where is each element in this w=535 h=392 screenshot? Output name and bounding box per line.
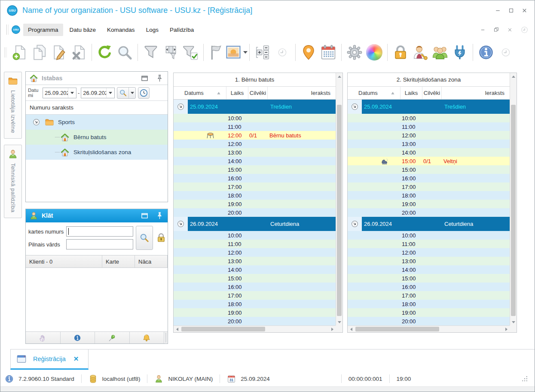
schedule-row[interactable]: 14:00 bbox=[174, 265, 336, 274]
column-datums[interactable]: Datums bbox=[174, 87, 226, 99]
sidebar-tab-lietot-ja-izv-lne[interactable]: Lietotāja izvēlne bbox=[4, 72, 22, 139]
copy-document-button[interactable] bbox=[29, 43, 49, 62]
scroll-right-icon[interactable] bbox=[329, 326, 336, 333]
maximize-button[interactable] bbox=[508, 7, 514, 14]
delete-document-button[interactable] bbox=[69, 43, 89, 62]
date-from-combo[interactable]: 25.09.2024 bbox=[43, 88, 76, 98]
group-row-26.09.2024[interactable]: 26.09.2024Ceturtdiena bbox=[174, 217, 336, 231]
schedule-row[interactable]: 11:00 bbox=[348, 122, 510, 131]
schedule-row[interactable]: 20:00 bbox=[174, 317, 336, 325]
sidebar-tab-tehnisk-pal-dz-ba[interactable]: Tehniskā palīdzība bbox=[4, 145, 22, 218]
schedule-row[interactable]: 11:00 bbox=[174, 122, 336, 131]
pilnais-v-rds-input[interactable] bbox=[66, 239, 133, 249]
rooms-pin-icon[interactable] bbox=[155, 74, 164, 83]
schedule-row[interactable]: 14:00 bbox=[348, 265, 510, 274]
presence-pin-icon[interactable] bbox=[155, 211, 164, 220]
bell-button[interactable] bbox=[130, 332, 165, 343]
mdi-minimize-button[interactable] bbox=[480, 27, 486, 33]
vertical-scroll-thumb[interactable] bbox=[511, 105, 516, 316]
user-key-button[interactable] bbox=[410, 43, 430, 62]
refresh-button[interactable] bbox=[95, 43, 115, 62]
schedule-row[interactable]: 13:00 bbox=[348, 140, 510, 148]
info-button[interactable] bbox=[476, 43, 496, 62]
scroll-down-icon[interactable] bbox=[336, 319, 343, 325]
tab-close-icon[interactable]: ✕ bbox=[73, 355, 79, 363]
schedule-row[interactable]: 15:00 bbox=[174, 274, 336, 283]
schedule-row[interactable]: 13:00 bbox=[348, 257, 510, 265]
new-document-button[interactable] bbox=[9, 43, 29, 62]
schedule-row[interactable]: 15:00 bbox=[174, 165, 336, 174]
schedule-row[interactable]: 20:00 bbox=[348, 317, 510, 325]
scroll-left-icon[interactable] bbox=[348, 326, 355, 333]
calendar-button[interactable] bbox=[318, 43, 338, 62]
mdi-restore-button[interactable] bbox=[493, 27, 499, 33]
clients-column-klienti-0[interactable]: Klienti - 0 bbox=[26, 255, 102, 267]
schedule-row[interactable]: 18:00 bbox=[348, 191, 510, 200]
expand-list-button[interactable] bbox=[253, 43, 272, 62]
scroll-up-icon[interactable] bbox=[336, 73, 343, 80]
schedule-row[interactable]: 14:00 bbox=[348, 148, 510, 157]
minimize-button[interactable] bbox=[495, 7, 501, 14]
filter-check-button[interactable] bbox=[180, 43, 200, 62]
vertical-scroll-thumb[interactable] bbox=[337, 105, 342, 316]
picture-button[interactable] bbox=[226, 43, 246, 62]
schedule-row[interactable]: 19:00 bbox=[174, 308, 336, 317]
pushpin-button[interactable] bbox=[95, 332, 130, 343]
schedule-row[interactable]: 16:00 bbox=[348, 174, 510, 182]
scroll-down-icon[interactable] bbox=[510, 319, 517, 325]
search-button[interactable] bbox=[115, 43, 135, 62]
overflow-chevron-button[interactable] bbox=[272, 43, 292, 62]
schedule-row[interactable]: 17:00 bbox=[348, 182, 510, 191]
tree-node-b-rnu-batuts[interactable]: Bērnu batuts bbox=[26, 130, 168, 145]
flag-button[interactable] bbox=[207, 43, 226, 62]
gear-button[interactable] bbox=[345, 43, 364, 62]
mdi-close-button[interactable] bbox=[507, 27, 513, 33]
menu-item-logs[interactable]: Logs bbox=[141, 24, 163, 36]
schedule-row[interactable]: 11:00 bbox=[348, 240, 510, 248]
horizontal-scroll-thumb[interactable] bbox=[181, 327, 265, 331]
filter-button[interactable] bbox=[141, 43, 161, 62]
rooms-search-button[interactable] bbox=[117, 87, 136, 99]
group-row-25.09.2024[interactable]: 25.09.2024Trešdien bbox=[348, 100, 510, 114]
schedule-row[interactable]: 16:00 bbox=[348, 283, 510, 291]
schedule-row[interactable]: 20:00 bbox=[174, 208, 336, 217]
tree-node-skritu-slido-anas-zona[interactable]: Skrituļslidošanas zona bbox=[26, 145, 168, 160]
lock-button[interactable] bbox=[391, 43, 410, 62]
scroll-up-icon[interactable] bbox=[510, 73, 517, 80]
presence-search-button[interactable] bbox=[136, 226, 153, 250]
schedule-row[interactable]: 12:00 bbox=[174, 248, 336, 257]
horizontal-scrollbar[interactable] bbox=[348, 325, 510, 332]
info-circle-button[interactable] bbox=[61, 332, 95, 343]
schedule-row[interactable]: 12:00 bbox=[174, 140, 336, 148]
group-row-26.09.2024[interactable]: 26.09.2024Ceturtdiena bbox=[348, 217, 510, 231]
column-cilveki[interactable]: Cilvēki bbox=[422, 87, 442, 99]
close-button[interactable] bbox=[521, 7, 528, 14]
filter-columns-button[interactable] bbox=[161, 43, 180, 62]
kartes-numurs-input[interactable] bbox=[66, 226, 133, 237]
schedule-row[interactable]: 19:00 bbox=[174, 200, 336, 208]
column-ieraksts[interactable]: Ieraksts bbox=[268, 87, 336, 99]
menu-item-komandas[interactable]: Komandas bbox=[102, 24, 140, 36]
column-laiks[interactable]: Laiks bbox=[226, 87, 248, 99]
overflow-chevron-button[interactable] bbox=[496, 43, 516, 62]
group-row-25.09.2024[interactable]: 25.09.2024Trešdien bbox=[174, 100, 336, 114]
hand-button[interactable] bbox=[26, 332, 61, 343]
date-to-combo[interactable]: 26.09.2024 bbox=[81, 88, 115, 98]
column-datums[interactable]: Datums bbox=[348, 87, 400, 99]
schedule-row[interactable]: 14:00 bbox=[174, 157, 336, 165]
menu-item-datu-b-ze[interactable]: Datu bāze bbox=[65, 24, 101, 36]
rooms-clock-button[interactable] bbox=[138, 87, 150, 99]
dropdown-arrow-icon[interactable] bbox=[243, 51, 248, 54]
tree-node-sports[interactable]: Sports bbox=[26, 115, 168, 130]
schedule-row[interactable]: 16:00 bbox=[174, 174, 336, 182]
column-cilveki[interactable]: Cilvēki bbox=[248, 87, 268, 99]
column-ieraksts[interactable]: Ieraksts bbox=[442, 87, 510, 99]
schedule-row[interactable]: 10:00 bbox=[174, 231, 336, 240]
clients-column-karte[interactable]: Karte bbox=[102, 255, 135, 267]
menu-item-pal-dz-ba[interactable]: Palīdzība bbox=[165, 24, 199, 36]
schedule-row[interactable]: 11:00 bbox=[174, 240, 336, 248]
schedule-row[interactable]: 17:00 bbox=[174, 291, 336, 300]
plug-button[interactable] bbox=[450, 43, 470, 62]
rooms-maximize-icon[interactable] bbox=[140, 74, 149, 83]
schedule-row[interactable]: 12:00 bbox=[348, 248, 510, 257]
